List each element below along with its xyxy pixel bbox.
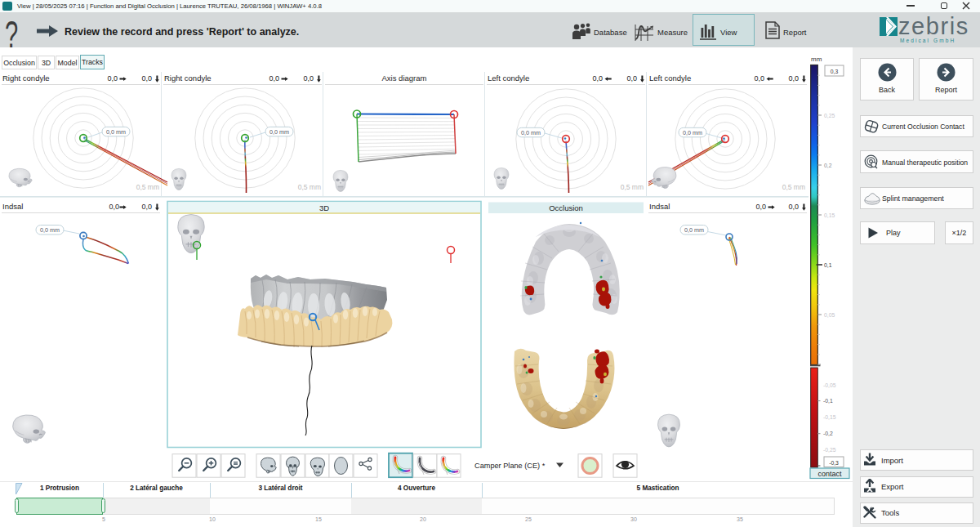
svg-text:-0,15: -0,15 xyxy=(823,414,836,420)
svg-text:Axis diagram: Axis diagram xyxy=(382,74,427,83)
svg-text:0,0: 0,0 xyxy=(303,74,314,83)
svg-text:0,0: 0,0 xyxy=(109,203,119,211)
svg-text:0,5 mm: 0,5 mm xyxy=(621,183,644,191)
svg-text:0,5 mm: 0,5 mm xyxy=(136,183,159,191)
svg-text:-0,3: -0,3 xyxy=(829,460,839,466)
svg-text:0,1: 0,1 xyxy=(824,262,832,268)
svg-text:Camper Plane (CE) *: Camper Plane (CE) * xyxy=(474,462,546,470)
svg-text:0,05: 0,05 xyxy=(824,312,835,318)
svg-text:Left condyle: Left condyle xyxy=(488,74,529,83)
svg-text:contact: contact xyxy=(817,470,842,478)
svg-text:3D: 3D xyxy=(319,203,329,212)
svg-text:0,25: 0,25 xyxy=(824,113,835,118)
svg-text:0,0 mm: 0,0 mm xyxy=(684,226,704,234)
svg-text:0,15: 0,15 xyxy=(824,212,835,218)
svg-text:0,0: 0,0 xyxy=(755,203,766,211)
svg-text:0,0 mm: 0,0 mm xyxy=(521,129,541,136)
svg-text:0,0: 0,0 xyxy=(788,203,799,211)
svg-text:0,3: 0,3 xyxy=(831,69,839,74)
svg-text:-0,1: -0,1 xyxy=(823,398,833,404)
svg-text:mm: mm xyxy=(811,56,822,63)
svg-text:0,0 mm: 0,0 mm xyxy=(683,129,702,136)
svg-text:0,0 mm: 0,0 mm xyxy=(40,226,60,234)
svg-text:-0,25: -0,25 xyxy=(823,447,836,453)
svg-text:0,0 mm: 0,0 mm xyxy=(270,128,289,136)
svg-text:0,0: 0,0 xyxy=(107,74,118,83)
svg-text:Occlusion: Occlusion xyxy=(549,203,583,212)
svg-text:0,0: 0,0 xyxy=(269,74,279,83)
svg-text:0,0: 0,0 xyxy=(788,74,799,83)
svg-text:0,0: 0,0 xyxy=(141,203,152,211)
svg-text:0,0: 0,0 xyxy=(754,74,764,83)
svg-text:Indsal: Indsal xyxy=(2,202,23,211)
svg-text:0,0 mm: 0,0 mm xyxy=(106,128,126,136)
svg-text:-0,2: -0,2 xyxy=(823,431,833,436)
svg-text:Indsal: Indsal xyxy=(649,202,670,211)
svg-text:-0,05: -0,05 xyxy=(823,382,836,388)
svg-text:0,5 mm: 0,5 mm xyxy=(782,183,805,191)
svg-text:Right condyle: Right condyle xyxy=(2,74,50,83)
svg-text:Right condyle: Right condyle xyxy=(164,74,212,83)
svg-text:0,0: 0,0 xyxy=(626,74,637,83)
svg-text:0,0: 0,0 xyxy=(592,74,603,83)
svg-text:0,2: 0,2 xyxy=(824,163,832,168)
svg-text:0,0: 0,0 xyxy=(141,74,152,83)
svg-text:Left condyle: Left condyle xyxy=(649,74,691,83)
svg-text:0,5 mm: 0,5 mm xyxy=(298,183,321,191)
